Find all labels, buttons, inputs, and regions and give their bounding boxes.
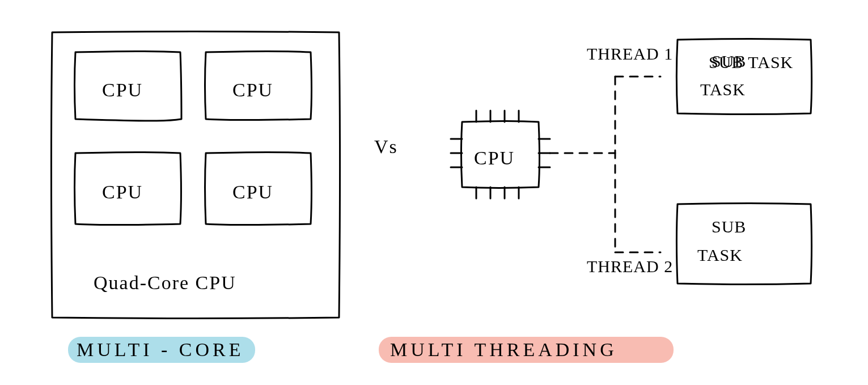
multithreading-title: MULTI THREADING [390, 339, 617, 360]
subtask-label-line1: SUB [712, 217, 746, 236]
vs-label: Vs [374, 136, 398, 157]
cpu-core-label: CPU [232, 181, 273, 202]
cpu-core-label: CPU [232, 79, 273, 100]
multithreading-panel: CPU THREAD 1 THREAD 2 SUB TASK SUB TASK … [379, 39, 812, 363]
thread-label: THREAD 1 [587, 44, 673, 63]
subtask-box [677, 204, 812, 285]
thread-label: THREAD 2 [587, 257, 673, 276]
subtask-label-line2: TASK [697, 246, 743, 264]
cpu-core-label: CPU [102, 79, 143, 100]
subtask-box [677, 39, 812, 115]
multicore-title: MULTI - CORE [77, 339, 244, 360]
subtask-label-line2: TASK [700, 80, 746, 99]
cpu-chip-label: CPU [474, 147, 515, 168]
cpu-core-label: CPU [102, 181, 143, 202]
quad-core-caption: Quad-Core CPU [94, 272, 236, 293]
subtask-label-line1: SUB [712, 52, 746, 70]
multicore-panel: CPU CPU CPU CPU Quad-Core CPU MULTI - CO… [52, 32, 340, 363]
